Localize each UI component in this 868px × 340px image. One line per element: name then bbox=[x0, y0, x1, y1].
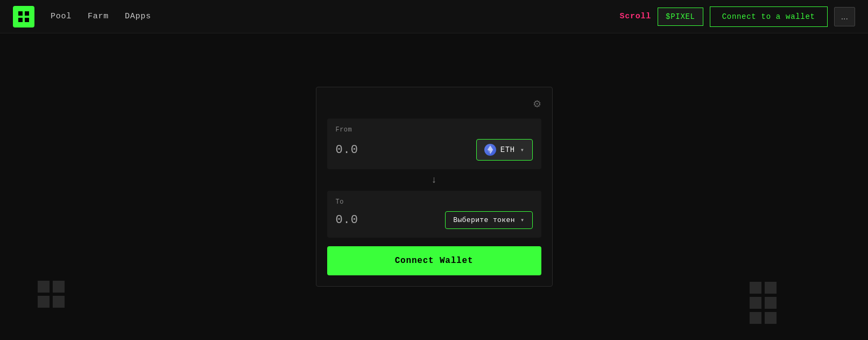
choose-token-label: Выберите токен bbox=[453, 216, 515, 224]
svg-rect-0 bbox=[18, 11, 23, 16]
from-amount: 0.0 bbox=[336, 143, 358, 157]
eth-chevron-icon: ▾ bbox=[520, 146, 525, 154]
pixel-block bbox=[765, 312, 777, 324]
card-header: ⚙ bbox=[327, 98, 541, 110]
svg-rect-2 bbox=[18, 18, 23, 22]
eth-label: ETH bbox=[500, 145, 515, 154]
more-button[interactable]: ... bbox=[834, 7, 855, 26]
svg-rect-3 bbox=[25, 18, 29, 22]
from-box: From 0.0 ETH ▾ bbox=[327, 119, 541, 169]
deco-pixels-left bbox=[38, 281, 65, 308]
nav-farm[interactable]: Farm bbox=[88, 12, 109, 21]
pixel-block bbox=[765, 282, 777, 294]
nav-dapps[interactable]: DApps bbox=[125, 12, 151, 21]
choose-chevron-icon: ▾ bbox=[520, 216, 525, 224]
pixel-block bbox=[38, 296, 50, 308]
swap-arrow: ↓ bbox=[327, 169, 541, 191]
logo[interactable] bbox=[13, 6, 34, 27]
swap-card: ⚙ From 0.0 ETH ▾ bbox=[316, 87, 553, 287]
arrow-down-icon: ↓ bbox=[431, 175, 437, 185]
eth-token-select[interactable]: ETH ▾ bbox=[476, 139, 533, 161]
connect-wallet-main-button[interactable]: Connect Wallet bbox=[327, 246, 541, 275]
eth-icon bbox=[484, 144, 496, 156]
nav-links: Pool Farm DApps bbox=[51, 12, 620, 21]
to-row: 0.0 Выберите токен ▾ bbox=[336, 211, 533, 229]
logo-icon bbox=[17, 10, 30, 23]
svg-rect-1 bbox=[25, 11, 29, 16]
navbar: Pool Farm DApps Scroll $PIXEL Connect to… bbox=[0, 0, 868, 33]
deco-pixels-right bbox=[750, 282, 777, 324]
from-row: 0.0 ETH ▾ bbox=[336, 139, 533, 161]
scroll-button[interactable]: Scroll bbox=[620, 12, 652, 21]
pixel-block bbox=[750, 297, 761, 309]
main-content: ⚙ From 0.0 ETH ▾ bbox=[0, 33, 868, 340]
connect-wallet-button[interactable]: Connect to a wallet bbox=[710, 6, 828, 27]
pixel-block bbox=[53, 296, 65, 308]
pixel-block bbox=[750, 312, 761, 324]
pixel-block bbox=[53, 281, 65, 293]
choose-token-button[interactable]: Выберите токен ▾ bbox=[445, 211, 532, 229]
to-label: To bbox=[336, 198, 533, 206]
to-amount: 0.0 bbox=[336, 213, 358, 227]
ethereum-logo bbox=[487, 145, 493, 154]
to-box: To 0.0 Выберите токен ▾ bbox=[327, 191, 541, 238]
pixel-block bbox=[750, 282, 761, 294]
nav-pool[interactable]: Pool bbox=[51, 12, 72, 21]
pixel-block bbox=[765, 297, 777, 309]
from-label: From bbox=[336, 126, 533, 134]
settings-button[interactable]: ⚙ bbox=[533, 98, 541, 110]
pixel-block bbox=[38, 281, 50, 293]
navbar-right: Scroll $PIXEL Connect to a wallet ... bbox=[620, 6, 855, 27]
pixel-button[interactable]: $PIXEL bbox=[658, 8, 703, 26]
